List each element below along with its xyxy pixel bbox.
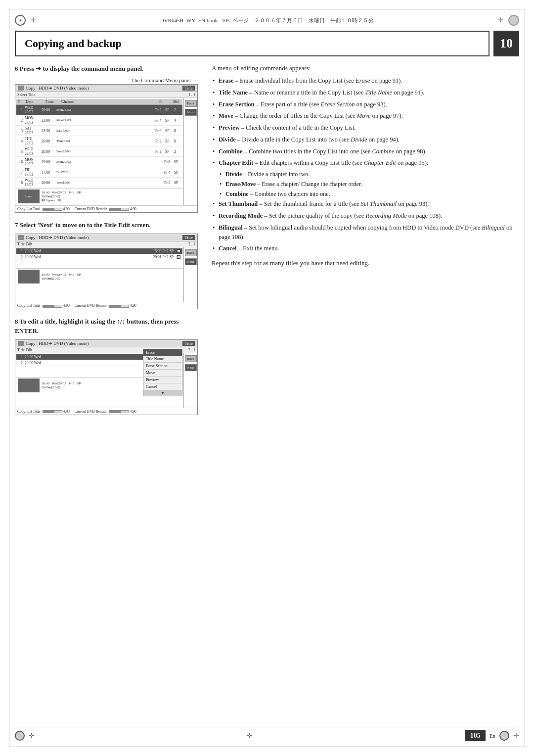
next-button-2[interactable]: Next	[185, 258, 197, 265]
footer-language: En	[490, 733, 495, 739]
bullet-preview: Preview – Check the content of a title i…	[212, 123, 519, 133]
next-button-1[interactable]: Next	[185, 109, 197, 116]
header-cross-right: ✛	[498, 16, 503, 24]
step-7-heading: 7 Select 'Next' to move on to the Title …	[15, 221, 198, 230]
left-column: 6 Press ➜ to display the command menu pa…	[15, 64, 198, 716]
bullet-title-name: Title Name – Name or rename a title in t…	[212, 88, 519, 97]
chapter-number-box: 10	[493, 31, 519, 56]
sub-bullet-divide: Divide – Divide a chapter into two.	[212, 170, 519, 179]
sub-bullet-combine: Combine – Combine two chapters into one.	[212, 190, 519, 198]
screen-list-row: 1 20:00 Wed 15:00 Pr 2 SP 🔲	[16, 248, 182, 254]
screen-icon	[18, 86, 24, 91]
back-button-2[interactable]: Back	[185, 249, 197, 256]
page-title: Copying and backup	[25, 37, 122, 50]
next-button-3[interactable]: Next	[185, 364, 197, 371]
screen-3-counter: 2 . 1	[188, 348, 195, 352]
screen-3-body: 1 20:00 Wed 2 20:00 Wed 20:00 Wed29/03 P…	[15, 353, 197, 408]
page-number: 105	[470, 732, 481, 739]
screen-1-sidebar: Back Next	[183, 98, 197, 205]
intro-text: A menu of editing commands appears:	[212, 64, 519, 72]
footer-left: ✛	[15, 731, 35, 741]
footer-center: ✛	[247, 732, 253, 740]
footer-cross-center: ✛	[247, 732, 253, 740]
footer-cross-right: ✛	[513, 732, 519, 740]
footer-cross-left: ✛	[29, 732, 35, 740]
screen-3-title-right: Title	[182, 341, 195, 346]
screen-1-header: Copy HDD➜ DVD (Video mode) Title	[15, 85, 197, 92]
screen-1-footer: Copy List Total 4.90 Current DVD Remain …	[15, 205, 197, 212]
screen-3-header: Copy HDD➜ DVD (Video mode) Title	[15, 340, 197, 347]
popup-item-move[interactable]: Move	[143, 370, 182, 377]
bullet-bilingual: Bilingual – Set how bilingual audio shou…	[212, 223, 519, 242]
screen-1-section-bar: Select Title 1 . 1	[15, 92, 197, 98]
screen-1-section-label: Select Title	[17, 93, 35, 97]
back-button-1[interactable]: Back	[185, 100, 197, 107]
panel-label: The Command Menu panel	[131, 77, 191, 83]
screen-1-counter: 1 . 1	[188, 93, 195, 97]
screen-1-thumb-info: 20:00 Wed29/03 Pr 2 SP 1h00m(2.0G) 🖼 Spo…	[42, 190, 81, 202]
popup-menu: Erase Title Name Erase Section Move Prev…	[143, 349, 182, 396]
bullet-set-thumbnail: Set Thumbnail – Set the thumbnail frame …	[212, 199, 519, 209]
screen-2-thumb-info: 20:00 Wed29/03 Pr 2 SP 1h00m(2.0G)	[42, 273, 81, 281]
panel-label-container: The Command Menu panel —	[15, 77, 198, 83]
screen-1-body: # Date Time Channel Pr Md 1 WED 29/03 20…	[15, 98, 197, 205]
screen-list-row: 8 WED 15/03 20:00 Wed15/03 Pr 2 SP	[16, 178, 182, 188]
page-footer: ✛ ✛ 105 En ✛	[15, 727, 519, 741]
screen-list-row: 2 20:00 Wed 20:01 Pr 2 SP 🔲	[16, 254, 182, 260]
screen-1-thumbnail-row: Sports 20:00 Wed29/03 Pr 2 SP 1h00m(2.0G…	[16, 188, 182, 204]
step-8-heading: 8 To edit a title, highlight it using th…	[15, 317, 198, 335]
back-button-3[interactable]: Back	[185, 355, 197, 362]
header-circle-right	[508, 15, 519, 26]
header-bar: ✦ ✛ DVR645H_WY_EN.book 105 ページ ２００６年７月５日…	[15, 15, 519, 28]
popup-item-erase-section[interactable]: Erase Section	[143, 363, 182, 370]
bullet-divide: Divide – Divide a title in the Copy List…	[212, 135, 519, 144]
screen-2: Copy HDD➜ DVD (Video mode) Title Title E…	[15, 234, 198, 309]
screen-list-row: 6 MON 20/03 19:00 Mon20/03 Pr 8 SP	[16, 157, 182, 167]
bullet-combine: Combine – Combine two titles in the Copy…	[212, 147, 519, 156]
screen-3-sidebar: Back Next	[183, 353, 197, 408]
screen-2-sidebar: Back Next	[183, 247, 197, 302]
screen-2-icon	[18, 235, 24, 240]
screen-1: Copy HDD➜ DVD (Video mode) Title Select …	[15, 84, 198, 213]
screen-2-mode: Copy HDD➜ DVD (Video mode)	[26, 235, 180, 240]
screen-2-section-label: Title Edit	[17, 242, 32, 246]
screen-1-title-right: Title	[182, 86, 195, 91]
step-6-heading: 6 Press ➜ to display the command menu pa…	[15, 64, 198, 73]
bullet-cancel: Cancel – Exit the menu.	[212, 244, 519, 253]
screen-3-icon	[18, 341, 24, 346]
screen-3: Copy HDD➜ DVD (Video mode) Title Title E…	[15, 339, 198, 415]
title-banner: Copying and backup	[15, 31, 490, 56]
screen-1-thumbnail: Sports	[18, 189, 40, 203]
repeat-text: Repeat this step for as many titles you …	[212, 258, 519, 268]
screen-3-thumb-info: 20:00 Wed29/03 Pr 2 SP 1h00m(2.0G)	[42, 381, 81, 389]
screen-list-row: 3 SAT 25/03 22:30 Sat25/03 Pr 9 SP 8	[16, 126, 182, 136]
screen-3-thumbnail	[18, 378, 40, 392]
bullet-move: Move – Change the order of titles in the…	[212, 111, 519, 121]
screen-2-body: 1 20:00 Wed 15:00 Pr 2 SP 🔲 2 20:00 Wed …	[15, 247, 197, 302]
footer-circle-right	[499, 731, 509, 741]
screen-list-row: 4 THU 23/03 20:00 Thu23/03 Pr 2 SP 8	[16, 136, 182, 146]
screen-2-list: 1 20:00 Wed 15:00 Pr 2 SP 🔲 2 20:00 Wed …	[15, 247, 183, 302]
screen-2-thumbnail-row: 20:00 Wed29/03 Pr 2 SP 1h00m(2.0G)	[16, 268, 182, 284]
popup-item-erase[interactable]: Erase	[143, 349, 182, 356]
screen-list-row: 2 MON 27/03 21:00 Mon27/03 Pr 4 SP 4	[16, 115, 182, 126]
sub-bullet-erase-move: Erase/Move – Erase a chapter/ Change the…	[212, 180, 519, 189]
bullet-section-main: Erase – Erase individual titles from the…	[212, 76, 519, 253]
step-8-section: 8 To edit a title, highlight it using th…	[15, 317, 198, 415]
popup-item-preview[interactable]: Preview	[143, 377, 182, 383]
popup-item-cancel[interactable]: Cancel	[143, 383, 182, 390]
screen-list-row: 7 FRI 17/03 17:00 Fri17/03 Pr 4 SP	[16, 167, 182, 178]
screen-2-footer: Copy List Total 4.90 Current DVD Remain …	[15, 302, 197, 309]
screen-1-list-header: # Date Time Channel Pr Md	[16, 99, 182, 105]
screen-1-list: # Date Time Channel Pr Md 1 WED 29/03 20…	[15, 98, 183, 205]
popup-item-title-name[interactable]: Title Name	[143, 356, 182, 363]
step-6-section: 6 Press ➜ to display the command menu pa…	[15, 64, 198, 213]
screen-2-title-right: Title	[182, 235, 195, 240]
page-number-box: 105	[465, 730, 486, 741]
screen-2-counter: 2 . 1	[188, 242, 195, 246]
main-content: 6 Press ➜ to display the command menu pa…	[15, 64, 519, 716]
screen-3-mode: Copy HDD➜ DVD (Video mode)	[26, 341, 180, 346]
bullet-recording-mode: Recording Mode – Set the picture quality…	[212, 211, 519, 221]
screen-list-row: 1 WED 29/03 20:00 Mon23/03 Pr 2 SP 2	[16, 105, 182, 115]
footer-right: 105 En ✛	[465, 730, 519, 741]
